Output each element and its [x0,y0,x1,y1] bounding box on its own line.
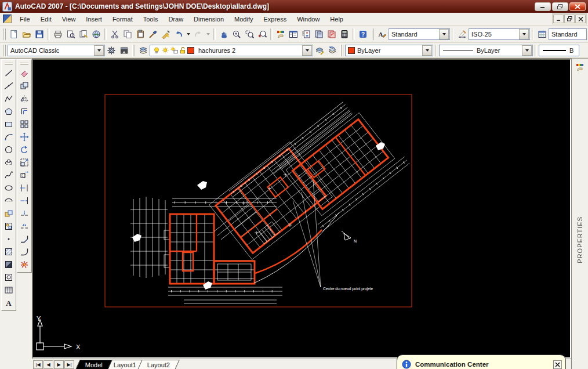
cut-button[interactable] [108,28,121,41]
toolbar-grip[interactable] [340,45,343,56]
toolbar-grip[interactable] [3,28,6,40]
last-tab-button[interactable]: ▶| [64,360,74,369]
menu-express[interactable]: Express [258,14,292,24]
point-button[interactable] [2,233,15,245]
make-object-layer-current-button[interactable] [313,44,326,57]
previous-tab-button[interactable]: ◀ [43,360,53,369]
zoom-window-button[interactable] [243,28,256,41]
chevron-down-icon[interactable] [94,45,104,56]
chevron-down-icon[interactable] [302,45,312,56]
explode-button[interactable] [18,258,31,271]
designcenter-button[interactable] [287,28,300,41]
save-button[interactable] [33,28,46,41]
mdi-minimize-button[interactable] [553,15,564,23]
menu-window[interactable]: Window [292,14,325,24]
drawing-canvas[interactable]: Centre du noeud point projete N Y [32,59,571,359]
block-editor-button[interactable] [159,28,172,41]
table-button[interactable] [2,284,15,296]
menu-modify[interactable]: Modify [229,14,258,24]
copy-clip-button[interactable] [121,28,134,41]
menu-dimension[interactable]: Dimension [188,14,229,24]
dim-style-button[interactable] [456,28,469,41]
menu-edit[interactable]: Edit [35,14,57,24]
array-button[interactable] [18,118,31,131]
menu-insert[interactable]: Insert [81,14,107,24]
tool-palettes-button[interactable] [300,28,313,41]
chevron-down-icon[interactable] [439,29,449,39]
rotate-button[interactable] [18,143,31,156]
layer-thaw-sun-icon[interactable] [161,46,169,55]
construction-line-button[interactable] [2,79,15,92]
quickcalc-button[interactable] [338,28,351,41]
multiline-text-button[interactable]: A [2,296,15,309]
layer-previous-button[interactable] [326,44,339,57]
menu-file[interactable]: File [14,14,35,24]
linetype-combo[interactable]: ByLayer [439,45,533,56]
fillet-button[interactable] [18,245,31,258]
gradient-button[interactable] [2,258,15,271]
table-style-button[interactable] [536,28,549,41]
line-button[interactable] [2,67,15,79]
mdi-close-button[interactable] [575,15,586,23]
zoom-realtime-button[interactable] [230,28,243,41]
toolbar-grip[interactable] [3,45,6,56]
help-button[interactable]: ? [357,28,369,41]
match-properties-button[interactable] [147,28,159,41]
menu-draw[interactable]: Draw [163,14,188,24]
paste-button[interactable] [134,28,147,41]
copy-button[interactable] [18,79,31,92]
layer-unlock-icon[interactable] [179,46,187,55]
layer-properties-manager-button[interactable] [137,44,150,57]
extend-button[interactable] [18,194,31,207]
region-button[interactable] [2,271,15,284]
dim-style-combo[interactable]: ISO-25 [469,28,530,40]
rectangle-button[interactable] [2,118,15,131]
text-style-button[interactable]: A [376,28,389,41]
chevron-down-icon[interactable] [422,45,432,56]
menu-help[interactable]: Help [325,14,349,24]
trim-button[interactable] [18,182,31,194]
mirror-button[interactable] [18,92,31,105]
tab-model[interactable]: Model [75,360,112,369]
make-block-button[interactable] [2,220,15,233]
tab-layout2[interactable]: Layout2 [137,360,180,369]
menu-format[interactable]: Format [107,14,138,24]
offset-button[interactable] [18,105,31,118]
hatch-button[interactable] [2,245,15,258]
chamfer-button[interactable] [18,233,31,245]
polygon-button[interactable] [2,105,15,118]
move-button[interactable] [18,131,31,143]
chevron-down-icon[interactable] [519,29,529,39]
circle-button[interactable] [2,143,15,156]
object-color-combo[interactable]: ByLayer [345,45,433,56]
workspace-settings-button[interactable] [105,44,118,57]
toolbar-grip[interactable] [371,28,374,40]
lineweight-combo[interactable]: B [539,45,579,56]
zoom-previous-button[interactable] [256,28,268,41]
markup-set-manager-button[interactable] [325,28,338,41]
plot-button[interactable] [52,28,64,41]
ellipse-button[interactable] [2,182,15,194]
mdi-restore-button[interactable] [564,15,575,23]
chevron-down-icon[interactable] [522,45,532,56]
plot-preview-button[interactable] [64,28,77,41]
toolbar-grip[interactable] [132,45,135,56]
sheetset-manager-button[interactable] [313,28,325,41]
break-at-point-button[interactable] [18,207,31,220]
spline-button[interactable] [2,169,15,182]
scale-button[interactable] [18,156,31,169]
next-tab-button[interactable]: ▶ [54,360,64,369]
insert-block-button[interactable] [2,207,15,220]
layer-viewport-freeze-icon[interactable] [170,46,178,55]
restore-button[interactable] [552,2,568,11]
text-style-combo[interactable]: Standard [389,28,450,40]
menu-view[interactable]: View [57,14,81,24]
layer-on-lightbulb-icon[interactable] [153,46,161,55]
properties-button[interactable] [274,28,287,41]
pan-button[interactable] [217,28,230,41]
properties-palette-button[interactable] [574,61,586,74]
3d-dwf-button[interactable] [90,28,103,41]
polyline-button[interactable] [2,92,15,105]
open-button[interactable] [20,28,33,41]
redo-dropdown[interactable] [205,28,212,41]
